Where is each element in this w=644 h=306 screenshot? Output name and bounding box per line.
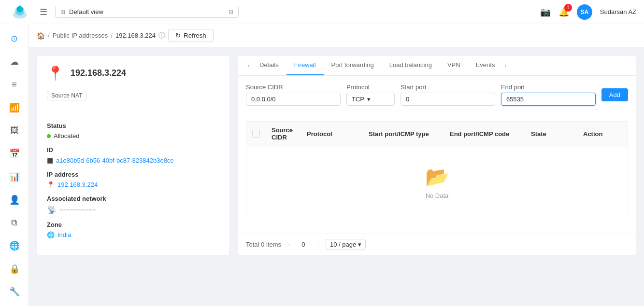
main-layout: ⊙ ☁ ≡ 📶 🖼 📅 📊 👤 ⧉ 🌐 🔒 🔧 🏠 / Public IP ad…	[0, 24, 644, 306]
sidebar-item-chart[interactable]: 📊	[4, 166, 25, 187]
sidebar-item-list[interactable]: ≡	[4, 74, 25, 95]
refresh-label: Refresh	[184, 32, 206, 39]
tab-next-arrow[interactable]: ›	[502, 62, 508, 69]
pagination-next[interactable]: ›	[314, 240, 322, 249]
sidebar-item-copy[interactable]: ⧉	[4, 212, 25, 233]
start-port-label: Start port	[401, 83, 495, 91]
ip-label: IP address	[47, 171, 220, 178]
filter-row: Source CIDR Protocol TCP ▾ Start port	[246, 83, 628, 106]
page-size-chevron: ▾	[358, 241, 361, 248]
sidebar-item-user[interactable]: 👤	[4, 189, 25, 210]
pagination-total: Total 0 items	[246, 241, 281, 248]
left-card: 📍 192.168.3.224 Source NAT Status Alloca…	[37, 55, 230, 255]
public-ips-link[interactable]: Public IP addresses	[53, 32, 108, 39]
no-data-placeholder: 📂 No Data	[246, 146, 628, 219]
barcode-icon: ▦	[47, 156, 53, 164]
view-selector[interactable]: ⊞ Default view ⊟	[55, 6, 239, 18]
avatar[interactable]: SA	[577, 4, 592, 20]
start-port-input[interactable]	[401, 93, 495, 106]
home-link[interactable]: 🏠	[37, 32, 45, 40]
zone-label: Zone	[47, 221, 220, 228]
network-section: Associated network 📡 ~~~~~~~~~~	[47, 195, 220, 214]
firewall-table: Source CIDR Protocol Start port/ICMP typ…	[246, 121, 628, 219]
tab-port-forwarding[interactable]: Port forwarding	[324, 56, 382, 75]
right-card: ‹ Details Firewall Port forwarding Load …	[238, 55, 636, 255]
sidebar-item-image[interactable]: 🖼	[4, 120, 25, 141]
sidebar-item-dashboard[interactable]: ⊙	[4, 28, 25, 49]
location-pin-icon: 📍	[47, 65, 64, 81]
zone-value: 🌐 India	[47, 231, 220, 238]
pagination: Total 0 items ‹ 0 › 10 / page ▾	[238, 234, 636, 255]
zone-link[interactable]: India	[57, 231, 71, 238]
source-cidr-input[interactable]	[246, 93, 341, 106]
info-icon[interactable]: ⓘ	[158, 31, 165, 40]
network-label: Associated network	[47, 195, 220, 202]
firewall-content: Source CIDR Protocol TCP ▾ Start port	[238, 76, 636, 121]
tab-firewall[interactable]: Firewall	[286, 56, 324, 75]
sidebar-item-calendar[interactable]: 📅	[4, 143, 25, 164]
view-icon: ⊞	[60, 9, 65, 15]
source-nat-badge: Source NAT	[47, 91, 86, 100]
id-value: ▦ a1e80b5d-6b56-40bf-bc87-823842b3e8ce	[47, 156, 220, 164]
id-link[interactable]: a1e80b5d-6b56-40bf-bc87-823842b3e8ce	[56, 157, 174, 164]
sidebar-item-globe[interactable]: 🌐	[4, 235, 25, 256]
view-selector-chevron: ⊟	[229, 9, 233, 15]
protocol-group: Protocol TCP ▾	[346, 83, 395, 106]
protocol-select[interactable]: TCP ▾	[346, 93, 395, 106]
ip-link[interactable]: 192.168.3.224	[57, 181, 98, 188]
camera-button[interactable]: 📷	[540, 7, 551, 17]
wifi-icon: 📡	[47, 205, 57, 214]
breadcrumb-sep-1: /	[48, 32, 50, 39]
pagination-prev[interactable]: ‹	[285, 240, 293, 249]
ip-value: 📍 192.168.3.224	[47, 181, 220, 188]
refresh-button[interactable]: ↻ Refresh	[168, 29, 214, 42]
tab-details[interactable]: Details	[252, 56, 286, 75]
status-label: Status	[47, 122, 220, 129]
status-value: Allocated	[47, 132, 220, 139]
th-source-cidr: Source CIDR	[272, 126, 303, 141]
notification-button[interactable]: 🔔 1	[558, 7, 569, 17]
tab-events[interactable]: Events	[468, 56, 503, 75]
end-port-input[interactable]	[501, 93, 596, 106]
header-checkbox-cell	[252, 130, 268, 138]
sidebar: ⊙ ☁ ≡ 📶 🖼 📅 📊 👤 ⧉ 🌐 🔒 🔧	[0, 24, 29, 306]
notification-badge: 1	[564, 4, 572, 12]
divider-1	[47, 116, 220, 116]
refresh-icon: ↻	[175, 32, 181, 39]
tab-vpn[interactable]: VPN	[440, 56, 468, 75]
end-port-label: End port	[501, 83, 596, 91]
top-nav: ☰ ⊞ Default view ⊟ 📷 🔔 1 SA Sudarsan AZ	[0, 0, 644, 24]
hamburger-button[interactable]: ☰	[38, 5, 49, 19]
breadcrumb-sep-2: /	[111, 32, 113, 39]
th-protocol: Protocol	[307, 130, 365, 138]
tab-load-balancing[interactable]: Load balancing	[382, 56, 440, 75]
select-all-checkbox[interactable]	[252, 130, 260, 138]
sidebar-item-lock[interactable]: 🔒	[4, 258, 25, 279]
status-text: Allocated	[54, 132, 79, 139]
top-nav-right: 📷 🔔 1 SA Sudarsan AZ	[540, 4, 636, 20]
sidebar-item-tools[interactable]: 🔧	[4, 281, 25, 302]
sidebar-item-wifi[interactable]: 📶	[4, 97, 25, 118]
sidebar-item-cloud[interactable]: ☁	[4, 51, 25, 72]
app-logo	[8, 0, 32, 24]
th-action: Action	[583, 130, 622, 138]
add-rule-button[interactable]: Add	[601, 88, 628, 101]
svg-point-3	[18, 5, 21, 8]
no-data-text: No Data	[426, 192, 449, 199]
breadcrumb: 🏠 / Public IP addresses / 192.168.3.224 …	[29, 24, 644, 47]
source-cidr-group: Source CIDR	[246, 83, 341, 106]
page-size-select[interactable]: 10 / page ▾	[326, 239, 366, 250]
tab-prev-arrow[interactable]: ‹	[246, 62, 252, 69]
th-end-port: End port/ICMP code	[450, 130, 527, 138]
end-port-group: End port	[501, 83, 596, 106]
cards-row: 📍 192.168.3.224 Source NAT Status Alloca…	[37, 55, 636, 255]
status-dot	[47, 134, 51, 138]
view-selector-text: Default view	[69, 8, 225, 15]
current-page-label: 192.168.3.224	[115, 32, 156, 39]
zone-section: Zone 🌐 India	[47, 221, 220, 238]
tabs-header: ‹ Details Firewall Port forwarding Load …	[238, 56, 636, 76]
no-data-icon: 📂	[425, 166, 449, 188]
network-value: 📡 ~~~~~~~~~~	[47, 205, 220, 214]
status-section: Status Allocated	[47, 122, 220, 139]
user-name[interactable]: Sudarsan AZ	[600, 8, 636, 15]
